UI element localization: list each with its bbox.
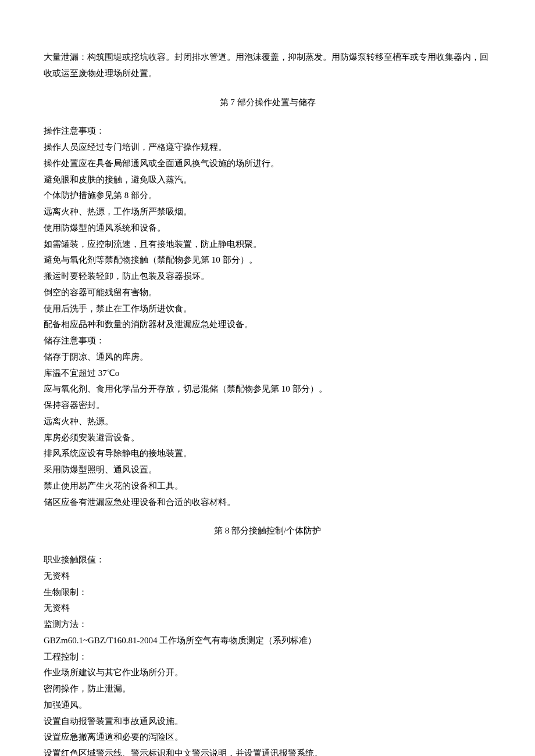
body-line: 生物限制： [44,585,491,601]
body-line: 设置应急撤离通道和必要的泻险区。 [44,729,491,746]
body-line: 使用防爆型的通风系统和设备。 [44,220,491,237]
body-line: 密闭操作，防止泄漏。 [44,681,491,697]
body-line: 避免眼和皮肤的接触，避免吸入蒸汽。 [44,172,491,188]
body-line: 排风系统应设有导除静电的接地装置。 [44,446,491,462]
body-line: 无资料 [44,568,491,585]
body-line: 无资料 [44,600,491,617]
section-7-heading: 第 7 部分操作处置与储存 [44,95,491,111]
body-line: 倒空的容器可能残留有害物。 [44,285,491,301]
body-line: 职业接触限值： [44,552,491,568]
body-line: 操作注意事项： [44,123,491,139]
body-line: 作业场所建议与其它作业场所分开。 [44,665,491,681]
intro-paragraph: 大量泄漏：构筑围堤或挖坑收容。封闭排水管道。用泡沫覆盖，抑制蒸发。用防爆泵转移至… [44,49,491,82]
body-line: 库温不宜超过 37℃o [44,366,491,382]
body-line: 保持容器密封。 [44,397,491,414]
section-8-heading: 第 8 部分接触控制/个体防护 [44,523,491,539]
body-line: 应与氧化剂、食用化学品分开存放，切忌混储（禁配物参见第 10 部分）。 [44,381,491,397]
body-line: 储区应备有泄漏应急处理设备和合适的收容材料。 [44,495,491,511]
body-line: 禁止使用易产生火花的设备和工具。 [44,478,491,495]
body-line: 储存于阴凉、通风的库房。 [44,349,491,366]
body-line: 设置红色区域警示线、警示标识和中文警示说明，并设置通讯报警系统。 [44,746,491,756]
body-line: 如需罐装，应控制流速，且有接地装置，防止静电积聚。 [44,237,491,253]
body-line: 采用防爆型照明、通风设置。 [44,462,491,478]
body-line: 远离火种、热源，工作场所严禁吸烟。 [44,204,491,220]
body-line: 配备相应品种和数量的消防器材及泄漏应急处理设备。 [44,317,491,333]
body-line: 操作人员应经过专门培训，严格遵守操作规程。 [44,139,491,156]
body-line: GBZm60.1~GBZ/T160.81-2004 工作场所空气有毒物质测定（系… [44,633,491,649]
body-line: 工程控制： [44,649,491,665]
body-line: 远离火种、热源。 [44,414,491,430]
body-line: 加强通风。 [44,697,491,714]
body-line: 设置自动报警装置和事故通风设施。 [44,714,491,730]
document-page: 大量泄漏：构筑围堤或挖坑收容。封闭排水管道。用泡沫覆盖，抑制蒸发。用防爆泵转移至… [0,0,535,756]
body-line: 库房必须安装避雷设备。 [44,430,491,446]
body-line: 避免与氧化剂等禁配物接触（禁配物参见第 10 部分）。 [44,252,491,268]
body-line: 储存注意事项： [44,333,491,349]
body-line: 个体防护措施参见第 8 部分。 [44,188,491,204]
body-line: 监测方法： [44,617,491,633]
body-line: 操作处置应在具备局部通风或全面通风换气设施的场所进行。 [44,156,491,172]
body-line: 使用后洗手，禁止在工作场所进饮食。 [44,301,491,317]
body-line: 搬运时要轻装轻卸，防止包装及容器损坏。 [44,268,491,285]
